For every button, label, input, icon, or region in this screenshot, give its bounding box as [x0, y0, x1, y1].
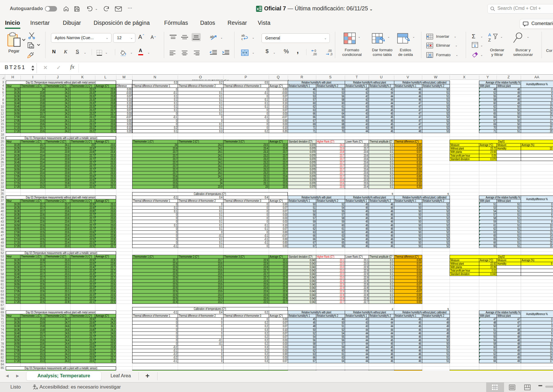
- svg-text:,00: ,00: [328, 49, 332, 52]
- svg-text:,0: ,0: [330, 53, 333, 56]
- svg-text:A: A: [488, 32, 491, 37]
- svg-text:Z: Z: [488, 37, 491, 42]
- svg-text:,00: ,00: [313, 53, 317, 56]
- svg-text:ab: ab: [241, 34, 245, 37]
- svg-text:c: c: [241, 37, 243, 41]
- svg-text:0: 0: [315, 49, 316, 52]
- svg-text:X: X: [257, 7, 259, 11]
- svg-text:ab: ab: [210, 35, 214, 39]
